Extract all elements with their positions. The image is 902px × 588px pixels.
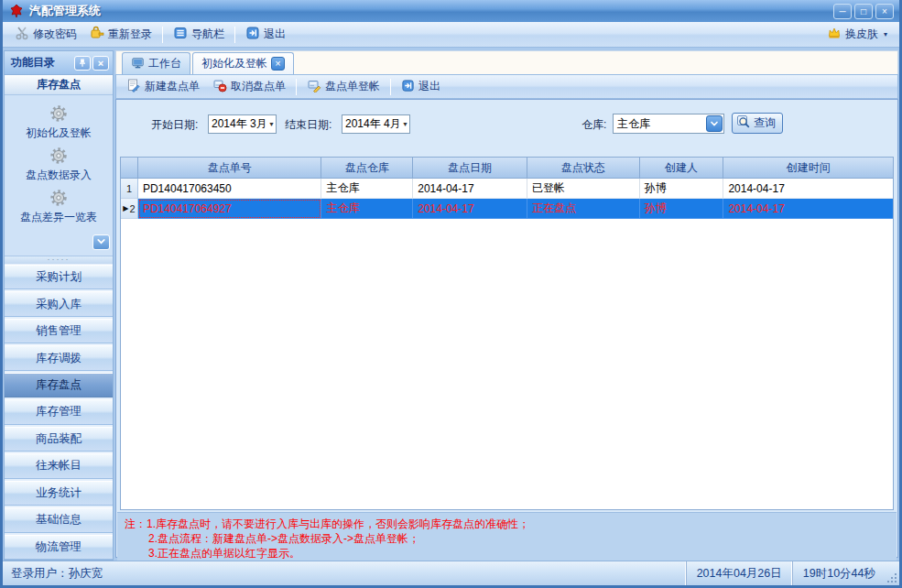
client-area: 功能目录 × 库存盘点 bbox=[3, 48, 899, 561]
row-number-cell: ▶ 2 bbox=[121, 199, 138, 219]
cell-status[interactable]: 已登帐 bbox=[527, 179, 640, 199]
exit-button[interactable]: 退出 bbox=[239, 23, 292, 46]
warehouse-label: 仓库: bbox=[581, 117, 606, 133]
toolbar-separator bbox=[390, 79, 391, 95]
sidebar-item-label: 盘点数据录入 bbox=[26, 169, 92, 181]
end-date-field[interactable]: 2014年 4月26日 ▼ bbox=[342, 114, 410, 134]
cancel-count-sheet-button[interactable]: 取消盘点单 bbox=[206, 75, 292, 98]
sidebar-item-stock-mgmt[interactable]: 库存管理 bbox=[5, 399, 113, 424]
warehouse-select[interactable]: 主仓库 bbox=[613, 114, 724, 134]
navbar-label: 导航栏 bbox=[191, 27, 224, 42]
end-date-value: 2014年 4月26日 bbox=[342, 116, 400, 132]
navbar-button[interactable]: 导航栏 bbox=[167, 23, 231, 46]
maximize-button[interactable]: □ bbox=[854, 4, 873, 19]
tab-init-posting[interactable]: 初始化及登帐 × bbox=[192, 52, 294, 74]
window-title: 汽配管理系统 bbox=[29, 3, 101, 19]
scroll-more-button[interactable] bbox=[92, 234, 110, 250]
main-toolbar: 修改密码 重新登录 导航栏 bbox=[3, 22, 899, 48]
sidebar-item-label: 初始化及登帐 bbox=[26, 126, 92, 139]
table-row-selected[interactable]: ▶ 2 PD140417064927 主仓库 2014-04-17 正在盘点 孙… bbox=[121, 199, 893, 219]
tab-label: 工作台 bbox=[148, 56, 181, 71]
combo-dropdown-button[interactable] bbox=[706, 115, 723, 132]
logged-in-user: 登录用户：孙庆宽 bbox=[3, 566, 103, 582]
sidebar-item-stock-transfer[interactable]: 库存调拨 bbox=[5, 345, 113, 370]
gear-icon bbox=[49, 147, 68, 165]
change-skin-button[interactable]: 换皮肤 ▾ bbox=[820, 23, 894, 46]
start-date-field[interactable]: 2014年 3月26日 ▼ bbox=[208, 114, 277, 134]
main-area: 工作台 初始化及登帐 × 新建盘点单 bbox=[115, 50, 898, 561]
cell-sheet-no[interactable]: PD140417063450 bbox=[138, 179, 322, 199]
end-date-label: 结束日期: bbox=[285, 117, 331, 133]
sidebar-item-sales[interactable]: 销售管理 bbox=[5, 319, 113, 343]
sidebar-item-accounts[interactable]: 往来帐目 bbox=[5, 453, 113, 478]
sidebar-close-icon[interactable]: × bbox=[92, 56, 109, 71]
notes-prefix: 注： bbox=[125, 517, 147, 531]
pin-icon[interactable] bbox=[74, 56, 91, 71]
column-header-creator[interactable]: 创建人 bbox=[640, 158, 724, 179]
query-label: 查询 bbox=[754, 115, 776, 131]
sidebar-splitter[interactable]: ····· bbox=[5, 256, 113, 264]
cell-created-time[interactable]: 2014-04-17 bbox=[723, 199, 893, 219]
table-header-row: 盘点单号 盘点仓库 盘点日期 盘点状态 创建人 创建时间 bbox=[121, 158, 893, 179]
cancel-document-icon bbox=[212, 78, 227, 95]
column-header-date[interactable]: 盘点日期 bbox=[413, 158, 527, 179]
tab-close-icon[interactable]: × bbox=[271, 57, 285, 71]
cell-date[interactable]: 2014-04-17 bbox=[413, 179, 527, 199]
cell-created-time[interactable]: 2014-04-17 bbox=[723, 179, 893, 199]
relogin-button[interactable]: 重新登录 bbox=[83, 23, 158, 46]
sidebar-menu: 采购计划 采购入库 销售管理 库存调拨 库存盘点 库存管理 商品装配 往来帐目 … bbox=[5, 264, 113, 560]
sidebar-item-purchase-plan[interactable]: 采购计划 bbox=[5, 265, 113, 289]
row-number-cell: 1 bbox=[121, 179, 138, 199]
column-header-created-time[interactable]: 创建时间 bbox=[723, 158, 893, 179]
start-date-value: 2014年 3月26日 bbox=[209, 116, 266, 132]
change-password-button[interactable]: 修改密码 bbox=[8, 23, 83, 46]
exit-label: 退出 bbox=[264, 27, 286, 42]
column-header-status[interactable]: 盘点状态 bbox=[527, 158, 640, 179]
app-window: 汽配管理系统 ─ □ × 修改密码 重新登录 bbox=[0, 0, 902, 588]
cell-date[interactable]: 2014-04-17 bbox=[413, 199, 527, 219]
change-skin-label: 换皮肤 bbox=[845, 27, 878, 42]
post-count-sheet-button[interactable]: 盘点单登帐 bbox=[300, 75, 386, 98]
resize-grip[interactable] bbox=[886, 572, 897, 583]
column-header-sheet-no[interactable]: 盘点单号 bbox=[138, 158, 322, 179]
chevron-down-icon bbox=[95, 235, 107, 250]
sidebar-item-assembly[interactable]: 商品装配 bbox=[5, 427, 113, 452]
dropdown-arrow-icon[interactable]: ▼ bbox=[266, 121, 277, 127]
gear-icon bbox=[49, 104, 68, 123]
sidebar-item-purchase-inbound[interactable]: 采购入库 bbox=[5, 291, 113, 316]
sidebar-item-diff-list[interactable]: 盘点差异一览表 bbox=[5, 189, 113, 225]
warehouse-value: 主仓库 bbox=[614, 116, 706, 132]
close-button[interactable]: × bbox=[875, 4, 894, 19]
query-button[interactable]: 查询 bbox=[732, 113, 783, 134]
cell-status[interactable]: 正在盘点 bbox=[527, 199, 640, 219]
sidebar-caption-label: 功能目录 bbox=[11, 55, 55, 71]
status-bar: 登录用户：孙庆宽 2014年04月26日 19时10分44秒 bbox=[3, 561, 899, 585]
minimize-button[interactable]: ─ bbox=[833, 4, 852, 19]
new-count-sheet-button[interactable]: 新建盘点单 bbox=[120, 75, 206, 98]
status-time: 19时10分44秒 bbox=[792, 561, 886, 585]
post-count-sheet-label: 盘点单登帐 bbox=[325, 79, 380, 94]
table-row[interactable]: 1 PD140417063450 主仓库 2014-04-17 已登帐 孙博 2… bbox=[121, 179, 893, 199]
dropdown-arrow-icon[interactable]: ▼ bbox=[400, 121, 410, 127]
relogin-label: 重新登录 bbox=[108, 27, 152, 42]
tab-workbench[interactable]: 工作台 bbox=[122, 52, 190, 74]
column-header-warehouse[interactable]: 盘点仓库 bbox=[321, 158, 413, 179]
sidebar-item-init-posting[interactable]: 初始化及登帐 bbox=[5, 104, 113, 141]
title-bar: 汽配管理系统 ─ □ × bbox=[3, 0, 899, 22]
new-count-sheet-label: 新建盘点单 bbox=[145, 79, 200, 94]
sheet-exit-button[interactable]: 退出 bbox=[395, 76, 447, 98]
sidebar-item-base-info[interactable]: 基础信息 bbox=[5, 507, 113, 532]
sidebar-item-biz-stats[interactable]: 业务统计 bbox=[5, 481, 113, 506]
cell-sheet-no[interactable]: PD140417064927 bbox=[138, 199, 322, 219]
sidebar-item-stock-count[interactable]: 库存盘点 bbox=[5, 373, 113, 397]
sidebar-item-count-entry[interactable]: 盘点数据录入 bbox=[5, 147, 113, 183]
cell-warehouse[interactable]: 主仓库 bbox=[321, 199, 413, 219]
tab-strip: 工作台 初始化及登帐 × bbox=[115, 50, 898, 74]
sidebar-item-logistics[interactable]: 物流管理 bbox=[5, 535, 113, 560]
toolbar-separator bbox=[234, 27, 235, 43]
cell-warehouse[interactable]: 主仓库 bbox=[321, 179, 413, 199]
tools-icon bbox=[15, 26, 29, 43]
cell-creator[interactable]: 孙博 bbox=[640, 179, 724, 199]
cell-creator[interactable]: 孙博 bbox=[640, 199, 724, 219]
notes-panel: 注： 1.库存盘点时，请不要进行入库与出库的操作，否则会影响库存盘点的准确性； … bbox=[117, 512, 897, 561]
